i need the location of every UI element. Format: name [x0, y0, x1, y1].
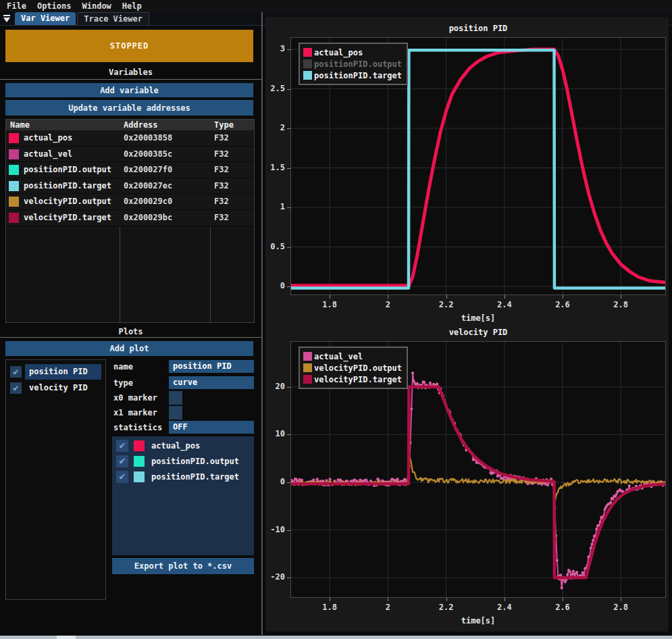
scrollbar-thumb[interactable]	[57, 636, 76, 639]
plot-name-label[interactable]: position PID	[25, 364, 101, 380]
x-axis-label-velocity-pid: time[s]	[290, 616, 666, 625]
table-row[interactable]: velocityPID.target0x200029bcF32	[6, 210, 254, 226]
x-tick-label: 2.2	[430, 603, 463, 612]
menu-item-options[interactable]: Options	[37, 1, 72, 11]
column-header-type[interactable]: Type	[214, 120, 234, 130]
form-checkbox-x0-marker[interactable]	[169, 391, 182, 405]
plot-name-label[interactable]: velocity PID	[25, 380, 101, 396]
variable-name: velocityPID.target	[24, 210, 111, 226]
add-variable-button[interactable]: Add variable	[5, 83, 253, 97]
y-tick-mark	[287, 530, 290, 531]
series-color-swatch	[134, 440, 145, 451]
y-tick-mark	[287, 89, 290, 90]
legend-swatch	[303, 71, 312, 80]
y-tick-mark	[287, 128, 290, 129]
table-row[interactable]: positionPID.output0x200027f0F32	[6, 162, 254, 178]
y-tick-label: 0	[265, 477, 285, 486]
legend-label: actual_pos	[314, 48, 363, 57]
plots-section-title: Plots	[0, 327, 261, 336]
menu-item-help[interactable]: Help	[122, 1, 142, 11]
plots-separator	[0, 337, 261, 338]
variable-type: F32	[214, 162, 229, 178]
table-row[interactable]: actual_vel0x2000385cF32	[6, 147, 254, 163]
x-tick-mark	[621, 295, 621, 299]
tab-var-viewer[interactable]: Var Viewer	[15, 12, 76, 25]
series-checkbox[interactable]: ✔	[116, 440, 128, 452]
menu-item-window[interactable]: Window	[82, 1, 111, 11]
legend-item[interactable]: positionPID.output	[303, 58, 402, 70]
chart-title-position-pid: position PID	[290, 24, 666, 33]
x-tick-mark	[621, 598, 621, 601]
charts-panel: position PID32.521.510.501.822.22.42.62.…	[265, 17, 669, 632]
variable-address: 0x2000385c	[124, 147, 172, 162]
variable-type: F32	[214, 194, 229, 209]
variable-address: 0x200027ec	[124, 178, 172, 194]
update-variable-addresses-button[interactable]: Update variable addresses	[5, 100, 253, 116]
variable-type: F32	[214, 178, 229, 194]
table-row[interactable]: positionPID.target0x200027ecF32	[6, 178, 254, 195]
legend-swatch	[303, 48, 312, 57]
y-tick-mark	[287, 286, 290, 287]
plot-list: ✔position PID✔velocity PID	[5, 359, 106, 600]
x-tick-label: 2.6	[546, 300, 579, 309]
series-checkbox[interactable]: ✔	[116, 471, 128, 483]
application-window: FileOptionsWindowHelp Var ViewerTrace Vi…	[0, 0, 672, 639]
variables-table: NameAddressTypeactual_pos0x20003858F32ac…	[5, 119, 255, 323]
horizontal-scrollbar[interactable]	[0, 636, 672, 639]
series-list-item[interactable]: ✔positionPID.output	[112, 454, 254, 469]
form-label-x1-marker: x1 marker	[113, 408, 157, 417]
form-label-statistics: statistics	[113, 423, 162, 432]
x-tick-label: 2	[371, 603, 405, 612]
legend-label: positionPID.target	[314, 71, 402, 80]
legend-swatch	[303, 363, 312, 372]
form-label-x0-marker: x0 marker	[113, 393, 157, 403]
series-checkbox[interactable]: ✔	[116, 455, 128, 467]
series-list-item[interactable]: ✔positionPID.target	[112, 469, 254, 485]
column-header-name[interactable]: Name	[10, 120, 30, 130]
variable-name: actual_vel	[24, 147, 72, 162]
column-header-address[interactable]: Address	[124, 120, 158, 130]
table-row[interactable]: actual_pos0x20003858F32	[6, 130, 254, 147]
legend-swatch	[303, 59, 312, 68]
add-plot-button[interactable]: Add plot	[5, 341, 253, 356]
chart-title-velocity-pid: velocity PID	[290, 328, 666, 337]
x-tick-label: 2	[371, 300, 405, 309]
legend-label: positionPID.output	[314, 59, 402, 69]
form-checkbox-x1-marker[interactable]	[169, 406, 182, 419]
form-label-type: type	[113, 378, 133, 388]
series-name-label: positionPID.output	[151, 454, 239, 469]
plot-checkbox[interactable]: ✔	[10, 366, 22, 378]
y-tick-mark	[287, 387, 290, 388]
legend-item[interactable]: positionPID.target	[303, 70, 402, 81]
table-row[interactable]: velocityPID.output0x200029c0F32	[6, 194, 254, 210]
legend-item[interactable]: velocityPID.target	[303, 374, 402, 385]
variable-name: velocityPID.output	[24, 194, 111, 209]
tab-trace-viewer[interactable]: Trace Viewer	[77, 12, 149, 25]
variable-type: F32	[214, 147, 229, 162]
plot-checkbox[interactable]: ✔	[10, 382, 22, 394]
variable-color-swatch	[9, 133, 19, 143]
x-tick-mark	[563, 598, 563, 601]
form-input-statistics[interactable]: OFF	[169, 421, 254, 434]
legend-item[interactable]: actual_pos	[303, 47, 402, 58]
form-input-type[interactable]: curve	[169, 376, 254, 389]
legend-label: velocityPID.target	[314, 375, 402, 384]
left-panel: STOPPED Variables Add variable Update va…	[0, 26, 261, 636]
plot-list-item[interactable]: ✔position PID	[6, 364, 105, 380]
form-input-name[interactable]: position PID	[169, 360, 254, 373]
legend-item[interactable]: velocityPID.output	[303, 362, 402, 374]
series-list-item[interactable]: ✔actual_pos	[112, 438, 254, 454]
legend-swatch	[303, 352, 312, 361]
series-color-swatch	[134, 471, 145, 482]
variable-type: F32	[214, 130, 229, 146]
plot-list-item[interactable]: ✔velocity PID	[6, 380, 105, 396]
form-label-name: name	[113, 362, 133, 372]
status-button[interactable]: STOPPED	[5, 30, 253, 62]
export-csv-button[interactable]: Export plot to *.csv	[112, 558, 254, 574]
panel-divider[interactable]	[261, 12, 263, 635]
y-tick-label: 2.5	[265, 84, 285, 93]
y-tick-label: 1.5	[265, 163, 285, 172]
menu-item-file[interactable]: File	[7, 1, 26, 11]
collapse-panel-icon[interactable]	[1, 12, 14, 25]
legend-item[interactable]: actual_vel	[303, 351, 402, 362]
